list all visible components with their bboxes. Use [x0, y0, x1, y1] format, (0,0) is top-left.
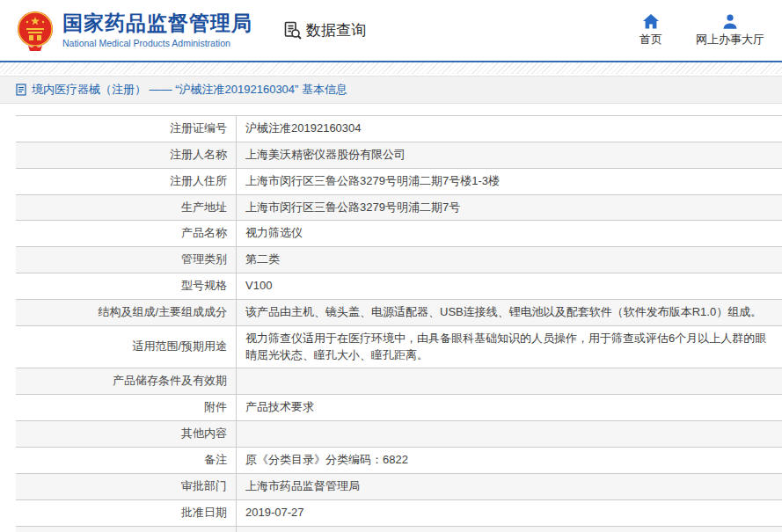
field-label: 批准日期 — [181, 506, 227, 519]
table-row: 管理类别 第二类 — [16, 247, 782, 273]
brand-text: 国家药品监督管理局 National Medical Products Admi… — [62, 12, 252, 47]
field-value: V100 — [245, 279, 272, 292]
registration-info-table: 注册证编号 沪械注准20192160304 注册人名称 上海美沃精密仪器股份有限… — [16, 115, 782, 532]
field-label: 型号规格 — [181, 279, 227, 292]
table-row: 适用范围/预期用途 视力筛查仪适用于在医疗环境中，由具备眼科基础知识的人员操作，… — [16, 325, 782, 368]
field-label: 产品储存条件及有效期 — [113, 374, 227, 387]
main-content: 注册证编号 沪械注准20192160304 注册人名称 上海美沃精密仪器股份有限… — [0, 115, 782, 532]
field-label: 适用范围/预期用途 — [132, 339, 227, 353]
person-icon — [722, 14, 738, 29]
table-row: 生产地址 上海市闵行区三鲁公路3279号明浦二期7号 — [16, 194, 782, 221]
table-row: 附件 产品技术要求 — [16, 395, 782, 421]
nav-home[interactable]: 首页 — [639, 14, 662, 47]
field-value: 该产品由主机、镜头盖、电源适配器、USB连接线、锂电池以及配套软件（软件发布版本… — [245, 305, 762, 318]
nav-online-hall[interactable]: 网上办事大厅 — [696, 14, 764, 47]
field-label: 注册人住所 — [170, 174, 227, 187]
field-label: 其他内容 — [181, 426, 227, 440]
site-brand: 国家药品监督管理局 National Medical Products Admi… — [16, 9, 252, 53]
field-label: 结构及组成/主要组成成分 — [98, 305, 227, 318]
field-label: 管理类别 — [181, 252, 227, 266]
field-label: 备注 — [204, 453, 227, 466]
table-row: 备注 原《分类目录》分类编码：6822 — [16, 447, 782, 473]
field-value: 上海市闵行区三鲁公路3279号明浦二期7号 — [245, 200, 460, 214]
table-row: 产品名称 视力筛选仪 — [16, 221, 782, 247]
field-value: 2019-07-27 — [245, 506, 304, 519]
data-query-nav[interactable]: 数据查询 — [282, 20, 366, 40]
field-label: 生产地址 — [181, 200, 227, 214]
field-value: 视力筛查仪适用于在医疗环境中，由具备眼科基础知识的人员操作，用于筛查或评估6个月… — [245, 332, 766, 361]
page-icon — [16, 84, 26, 96]
info-table-body: 注册证编号 沪械注准20192160304 注册人名称 上海美沃精密仪器股份有限… — [16, 116, 782, 532]
field-value: 原《分类目录》分类编码：6822 — [245, 453, 408, 466]
site-subtitle: National Medical Products Administration — [62, 38, 252, 48]
field-value: 第二类 — [245, 252, 280, 266]
field-label: 审批部门 — [181, 479, 227, 492]
national-emblem-logo — [16, 9, 55, 53]
field-label: 注册证编号 — [170, 121, 227, 135]
table-row: 结构及组成/主要组成成分 该产品由主机、镜头盖、电源适配器、USB连接线、锂电池… — [16, 299, 782, 325]
nav-hall-label: 网上办事大厅 — [696, 32, 764, 47]
top-nav: 首页 网上办事大厅 — [639, 14, 764, 47]
hatched-divider — [0, 62, 782, 74]
table-row: 其他内容 — [16, 421, 782, 448]
table-row: 注册证编号 沪械注准20192160304 — [16, 116, 782, 142]
site-header: 国家药品监督管理局 National Medical Products Admi… — [0, 0, 782, 62]
table-row: 产品储存条件及有效期 — [16, 368, 782, 395]
field-value: 上海市药品监督管理局 — [245, 479, 360, 492]
breadcrumb: 境内医疗器械（注册） —— “沪械注准20192160304” 基本信息 — [0, 76, 782, 104]
field-value: 沪械注准20192160304 — [245, 121, 362, 135]
table-row: 批准日期 2019-07-27 — [16, 499, 782, 526]
table-row: 注册人名称 上海美沃精密仪器股份有限公司 — [16, 142, 782, 168]
site-title: 国家药品监督管理局 — [62, 12, 252, 34]
field-label: 产品名称 — [181, 226, 227, 239]
table-row: 型号规格 V100 — [16, 273, 782, 300]
field-value: 上海美沃精密仪器股份有限公司 — [245, 148, 406, 161]
field-value: 上海市闵行区三鲁公路3279号明浦二期7号楼1-3楼 — [245, 174, 500, 187]
table-row: 注册人住所 上海市闵行区三鲁公路3279号明浦二期7号楼1-3楼 — [16, 168, 782, 194]
breadcrumb-text: 境内医疗器械（注册） —— “沪械注准20192160304” 基本信息 — [32, 82, 347, 98]
field-label: 注册人名称 — [170, 148, 227, 161]
data-query-label: 数据查询 — [306, 20, 366, 40]
field-value: 视力筛选仪 — [245, 226, 303, 239]
nav-home-label: 首页 — [639, 32, 662, 47]
table-row: 审批部门 上海市药品监督管理局 — [16, 473, 782, 499]
field-value: 产品技术要求 — [245, 400, 314, 413]
home-icon — [642, 14, 660, 29]
field-label: 附件 — [204, 400, 227, 413]
table-row: 生效日期 — [16, 526, 782, 532]
document-search-icon — [282, 20, 303, 40]
